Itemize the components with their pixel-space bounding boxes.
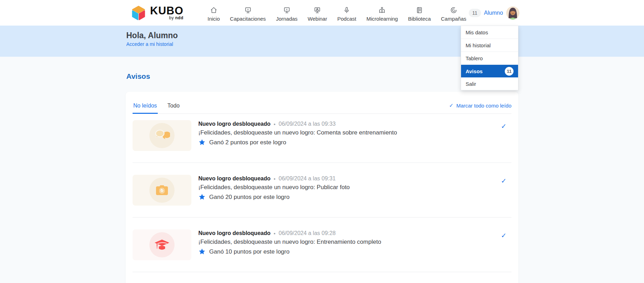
avatar[interactable] [506, 6, 519, 20]
nav-label: Webinar [308, 16, 327, 22]
menu-item-avisos[interactable]: Avisos 11 [461, 65, 518, 77]
graduation-cap-icon [149, 232, 175, 257]
main-nav: Inicio Capacitaciones Jornadas Webinar [205, 4, 469, 22]
notification-item: Nuevo logro desbloqueado • 06/09/2024 a … [133, 120, 511, 163]
nav-label: Jornadas [276, 16, 298, 22]
menu-item-label: Tablero [466, 55, 483, 61]
home-icon [210, 6, 218, 14]
kubo-logo[interactable]: KUBO by ndd [130, 5, 183, 21]
notification-title: Nuevo logro desbloqueado [198, 175, 270, 182]
tab-no-leidos[interactable]: No leídos [133, 103, 158, 113]
points-text: Ganó 10 puntos por este logro [209, 248, 290, 255]
target-spiral-icon [450, 6, 458, 14]
tabs-row: No leídos Todo ✓ Marcar todo como leído [133, 92, 511, 114]
dot-separator: • [274, 121, 275, 127]
avisos-count-badge: 11 [505, 67, 514, 76]
notification-title: Nuevo logro desbloqueado [198, 121, 270, 127]
page: { "header": { "logo": { "brand": "KUBO",… [0, 0, 644, 283]
person-reading-icon [378, 6, 386, 14]
mark-read-button[interactable]: ✓ [501, 232, 507, 240]
menu-item-tablero[interactable]: Tablero [461, 52, 518, 65]
nav-label: Capacitaciones [230, 16, 266, 22]
notification-message: ¡Felicidades, desbloqueaste un nuevo log… [198, 129, 497, 136]
notification-thumbnail [133, 120, 191, 151]
notifications-card: No leídos Todo ✓ Marcar todo como leído [126, 92, 518, 283]
top-nav-bar: KUBO by ndd Inicio Capacitaciones [0, 0, 644, 26]
notification-date: 06/09/2024 a las 09:28 [279, 230, 336, 236]
kubo-cube-icon [130, 5, 147, 21]
nav-item-jornadas[interactable]: Jornadas [274, 4, 300, 22]
menu-item-label: Avisos [466, 68, 483, 74]
notification-date: 06/09/2024 a las 09:33 [279, 121, 336, 127]
book-icon [416, 6, 423, 14]
nav-item-campanas[interactable]: Campañas [438, 4, 469, 22]
menu-item-mis-datos[interactable]: Mis datos [461, 26, 518, 39]
notification-item: Nuevo logro desbloqueado • 06/09/2024 a … [133, 163, 511, 218]
mark-all-read-button[interactable]: ✓ Marcar todo como leído [449, 102, 511, 113]
nav-label: Campañas [441, 16, 466, 22]
star-icon [198, 193, 206, 201]
notification-date: 06/09/2024 a las 09:31 [279, 175, 336, 182]
mark-read-button[interactable]: ✓ [501, 177, 507, 185]
main-content: Avisos No leídos Todo ✓ Marcar todo como… [0, 57, 644, 283]
nav-label: Microlearning [366, 16, 398, 22]
welcome-banner: Hola, Alumno Acceder a mi historial [0, 26, 644, 57]
nav-label: Biblioteca [408, 16, 431, 22]
star-icon [198, 139, 206, 146]
page-title: Avisos [126, 57, 518, 81]
history-link[interactable]: Acceder a mi historial [126, 41, 173, 47]
nav-label: Inicio [207, 16, 220, 22]
mark-all-read-label: Marcar todo como leído [456, 103, 511, 109]
nav-item-capacitaciones[interactable]: Capacitaciones [227, 4, 268, 22]
star-icon [198, 248, 206, 255]
microphone-icon [343, 6, 351, 14]
notification-title: Nuevo logro desbloqueado [198, 230, 270, 236]
notification-count-badge: 11 [469, 9, 481, 17]
menu-item-mi-historial[interactable]: Mi historial [461, 39, 518, 52]
nav-item-microlearning[interactable]: Microlearning [364, 4, 400, 22]
notification-item: Nuevo logro desbloqueado • 06/09/2024 a … [133, 218, 511, 272]
notification-thumbnail [133, 229, 191, 260]
notification-message: ¡Felicidades, desbloqueaste un nuevo log… [198, 184, 497, 191]
menu-item-label: Salir [466, 81, 476, 87]
menu-item-label: Mi historial [466, 42, 491, 48]
monitor-play-icon [244, 6, 252, 14]
nav-label: Podcast [337, 16, 356, 22]
user-area: 11 Alumno [469, 6, 519, 20]
monitor-play-icon [283, 6, 291, 14]
webinar-presenter-icon [313, 6, 321, 14]
points-text: Ganó 2 puntos por este logro [209, 139, 286, 146]
points-text: Ganó 20 puntos por este logro [209, 194, 290, 201]
nav-item-inicio[interactable]: Inicio [205, 4, 222, 22]
menu-item-salir[interactable]: Salir [461, 77, 518, 90]
camera-icon [149, 178, 175, 203]
tab-todo[interactable]: Todo [167, 103, 181, 113]
dot-separator: • [274, 176, 275, 182]
brand-name: KUBO [150, 5, 183, 16]
menu-item-label: Mis datos [466, 29, 488, 35]
notification-body: Nuevo logro desbloqueado • 06/09/2024 a … [198, 230, 497, 255]
nav-item-podcast[interactable]: Podcast [335, 4, 359, 22]
notification-body: Nuevo logro desbloqueado • 06/09/2024 a … [198, 175, 497, 201]
dot-separator: • [274, 230, 275, 236]
notification-body: Nuevo logro desbloqueado • 06/09/2024 a … [198, 121, 497, 146]
notification-thumbnail [133, 175, 191, 206]
nav-item-biblioteca[interactable]: Biblioteca [405, 4, 433, 22]
chat-bubbles-icon [149, 123, 175, 148]
check-icon: ✓ [449, 102, 454, 109]
user-dropdown-menu: Mis datos Mi historial Tablero Avisos 11… [461, 26, 518, 90]
mark-read-button[interactable]: ✓ [501, 122, 507, 130]
greeting-heading: Hola, Alumno [126, 31, 518, 40]
user-menu-trigger[interactable]: Alumno [484, 10, 503, 16]
notification-message: ¡Felicidades, desbloqueaste un nuevo log… [198, 239, 497, 246]
nav-item-webinar[interactable]: Webinar [305, 4, 330, 22]
